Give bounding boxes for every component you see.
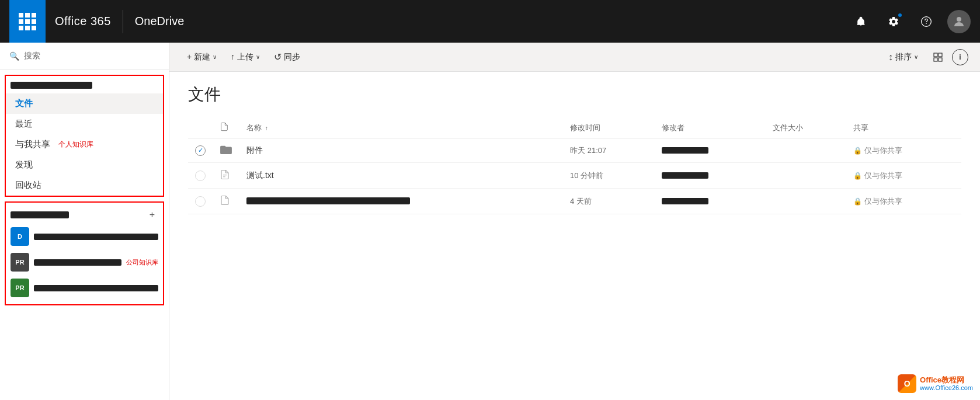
group-item-d[interactable]: D <box>11 224 158 249</box>
file-icon-2 <box>220 194 230 206</box>
search-label: 搜索 <box>24 51 40 61</box>
group-avatar-pr1: PR <box>11 253 29 272</box>
sync-icon: ↺ <box>274 51 282 62</box>
check-circle-2 <box>195 196 206 207</box>
file-icon-col-0 <box>213 138 239 163</box>
company-header: + <box>11 206 158 224</box>
settings-button[interactable] <box>882 10 905 33</box>
modifier-redacted-2 <box>662 198 708 204</box>
group-avatar-pr2: PR <box>11 279 29 297</box>
notifications-button[interactable] <box>849 10 873 33</box>
upload-chevron: ∨ <box>256 54 260 60</box>
col-modifier[interactable]: 修改者 <box>655 117 766 138</box>
group-name-redacted-1 <box>34 259 121 266</box>
sort-button[interactable]: ↕ 排序 ∨ <box>882 48 924 66</box>
content-area: 文件 名称 ↑ <box>169 72 980 400</box>
redacted-bar-1 <box>11 82 92 89</box>
file-size-0 <box>766 138 847 163</box>
watermark-url: www.Office26.com <box>920 384 973 392</box>
file-shared-1: 🔒 仅与你共享 <box>846 163 961 189</box>
file-name-0[interactable]: 附件 <box>239 138 563 163</box>
bell-icon <box>855 16 867 27</box>
file-size-2 <box>766 189 847 214</box>
sidebar-item-discover[interactable]: 发现 <box>6 155 163 175</box>
top-navigation: Office 365 OneDrive <box>0 0 980 43</box>
file-name-2[interactable] <box>239 189 563 214</box>
check-circle-1 <box>195 171 206 181</box>
col-name[interactable]: 名称 ↑ <box>239 117 563 138</box>
gear-badge <box>897 12 903 18</box>
search-bar[interactable]: 🔍 搜索 <box>0 43 169 70</box>
sidebar-top-redacted <box>6 76 163 93</box>
file-size-1 <box>766 163 847 189</box>
sidebar-item-files[interactable]: 文件 <box>6 93 163 114</box>
new-chevron: ∨ <box>213 54 217 60</box>
file-name-1[interactable]: 测试.txt <box>239 163 563 189</box>
add-group-button[interactable]: + <box>146 208 158 221</box>
sidebar-company-section: + D PR 公司知识库 PR <box>5 201 164 305</box>
modifier-redacted-1 <box>662 172 708 179</box>
sidebar: 🔍 搜索 文件 最近 与我共享 个人知识库 发现 回收站 <box>0 43 169 400</box>
sidebar-nav-section: 文件 最近 与我共享 个人知识库 发现 回收站 <box>5 75 164 197</box>
upload-button[interactable]: ↑ 上传 ∨ <box>225 48 266 66</box>
col-size[interactable]: 文件大小 <box>766 117 847 138</box>
group-name-redacted-2 <box>34 285 158 291</box>
file-check-1[interactable] <box>188 163 213 189</box>
table-row[interactable]: 4 天前 🔒 仅与你共享 <box>188 189 961 214</box>
sidebar-item-recent[interactable]: 最近 <box>6 114 163 134</box>
modifier-redacted-0 <box>662 147 708 154</box>
lock-icon-2: 🔒 <box>853 197 862 206</box>
table-row[interactable]: 测试.txt 10 分钟前 🔒 <box>188 163 961 189</box>
col-check <box>188 117 213 138</box>
group-badge-1: 公司知识库 <box>126 258 158 267</box>
user-avatar[interactable] <box>947 10 971 33</box>
help-button[interactable] <box>915 10 938 33</box>
group-item-pr1[interactable]: PR 公司知识库 <box>11 249 158 275</box>
folder-icon <box>220 144 232 155</box>
file-check-2[interactable] <box>188 189 213 214</box>
avatar-icon <box>952 15 966 29</box>
main-layout: 🔍 搜索 文件 最近 与我共享 个人知识库 发现 回收站 <box>0 43 980 400</box>
help-icon <box>920 16 932 27</box>
company-name-redacted <box>11 211 69 218</box>
waffle-menu[interactable] <box>9 0 46 43</box>
watermark-name: Office教程网 <box>920 375 973 385</box>
file-shared-0: 🔒 仅与你共享 <box>846 138 961 163</box>
group-item-pr2[interactable]: PR <box>11 275 158 301</box>
lock-icon-0: 🔒 <box>853 147 862 155</box>
sync-button[interactable]: ↺ 同步 <box>268 48 306 66</box>
table-row[interactable]: ✓ 附件 昨天 21:07 <box>188 138 961 163</box>
sidebar-item-recycle[interactable]: 回收站 <box>6 175 163 196</box>
file-col-icon <box>220 122 229 131</box>
txt-file-icon <box>220 169 230 180</box>
file-check-0[interactable]: ✓ <box>188 138 213 163</box>
info-button[interactable]: i <box>952 49 968 65</box>
svg-point-1 <box>926 23 927 24</box>
filename-redacted-2 <box>246 197 410 204</box>
toolbar-right: ↕ 排序 ∨ i <box>882 48 968 67</box>
svg-rect-6 <box>939 58 942 61</box>
waffle-icon <box>19 13 36 30</box>
grid-icon <box>933 53 943 62</box>
watermark-logo: O <box>898 374 916 393</box>
sort-icon: ↕ <box>888 52 893 62</box>
sort-chevron: ∨ <box>914 54 918 60</box>
sidebar-item-shared[interactable]: 与我共享 个人知识库 <box>6 134 163 155</box>
grid-view-button[interactable] <box>929 48 947 67</box>
col-modified[interactable]: 修改时间 <box>563 117 655 138</box>
file-icon-col-1 <box>213 163 239 189</box>
lock-icon-1: 🔒 <box>853 172 862 180</box>
file-date-1: 10 分钟前 <box>563 163 655 189</box>
svg-rect-5 <box>934 58 937 61</box>
file-date-0: 昨天 21:07 <box>563 138 655 163</box>
check-circle-0: ✓ <box>195 145 206 156</box>
col-icon <box>213 117 239 138</box>
col-shared[interactable]: 共享 <box>846 117 961 138</box>
name-sort-arrow: ↑ <box>265 125 268 131</box>
file-modifier-1 <box>655 163 766 189</box>
new-button[interactable]: + 新建 ∨ <box>181 48 223 66</box>
file-table: 名称 ↑ 修改时间 修改者 文件大小 共享 <box>188 117 961 214</box>
product-name: OneDrive <box>135 15 184 28</box>
group-name-redacted-0 <box>34 234 158 240</box>
group-avatar-d: D <box>11 227 29 246</box>
